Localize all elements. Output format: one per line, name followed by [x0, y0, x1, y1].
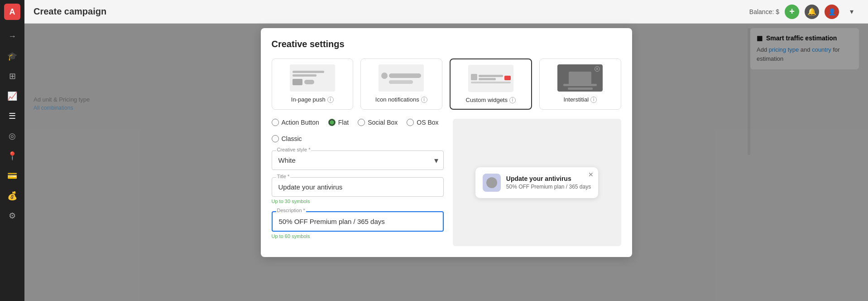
modal-preview: ✕ Update your antivirus 50% OFF Premium …	[453, 119, 621, 246]
creative-style-select[interactable]: White Dark Custom	[272, 150, 444, 170]
notification-title: Update your antivirus	[506, 175, 591, 182]
sidebar-item-location[interactable]: 📍	[3, 147, 21, 165]
user-avatar[interactable]: 👤	[825, 5, 839, 19]
notification-bell-icon[interactable]: 🔔	[805, 5, 819, 19]
icon-notifications-label: Icon notifications i	[375, 96, 427, 103]
sidebar-item-settings[interactable]: ⚙	[3, 207, 21, 225]
radio-os-box-input[interactable]	[407, 119, 414, 126]
notification-description: 50% OFF Premium plan / 365 days	[506, 184, 591, 190]
radio-social-box-input[interactable]	[358, 119, 365, 126]
modal-form: Action Button Flat Social Box OS Box	[272, 119, 444, 246]
title-field-label: Title *	[276, 174, 291, 179]
radio-flat[interactable]: Flat	[328, 119, 349, 126]
interstitial-preview: ✕	[557, 64, 603, 92]
radio-flat-input[interactable]	[328, 119, 336, 126]
modal-body: Action Button Flat Social Box OS Box	[272, 119, 621, 246]
creative-settings-modal: Creative settings In-page push	[261, 28, 632, 257]
icon-notifications-preview	[379, 64, 424, 92]
notification-content: Update your antivirus 50% OFF Premium pl…	[506, 175, 591, 190]
interstitial-label: Interstitial i	[563, 96, 597, 103]
sidebar-item-arrow[interactable]: →	[3, 27, 21, 45]
radio-os-box[interactable]: OS Box	[407, 119, 438, 126]
radio-classic-input[interactable]	[272, 135, 279, 142]
title-input[interactable]	[272, 177, 444, 197]
radio-classic[interactable]: Classic	[272, 135, 302, 142]
description-field-label: Description *	[276, 208, 306, 213]
notification-close-icon[interactable]: ✕	[588, 171, 594, 178]
sidebar-item-money[interactable]: 💰	[3, 187, 21, 205]
sidebar-item-grid[interactable]: ⊞	[3, 67, 21, 85]
title-field: Title * Up to 30 symbols	[272, 177, 444, 204]
sidebar-item-target[interactable]: ◎	[3, 127, 21, 145]
topbar: Create campaign Balance: $ + 🔔 👤 ▾	[24, 0, 868, 24]
ad-type-card-custom-widgets[interactable]: Custom widgets i	[450, 58, 532, 110]
sidebar-item-chart[interactable]: 📈	[3, 87, 21, 105]
modal-title: Creative settings	[272, 39, 621, 49]
topbar-right: Balance: $ + 🔔 👤 ▾	[749, 5, 859, 19]
ad-type-card-in-page-push[interactable]: In-page push i	[272, 58, 354, 110]
radio-action-button[interactable]: Action Button	[272, 119, 319, 126]
ad-type-cards: In-page push i Icon notificatio	[272, 58, 621, 110]
creative-style-field: Creative style * White Dark Custom ▾	[272, 150, 444, 170]
balance-label: Balance: $	[749, 8, 779, 15]
title-hint: Up to 30 symbols	[272, 199, 444, 204]
ad-type-card-interstitial[interactable]: ✕ Interstitial i	[539, 58, 621, 110]
radio-group: Action Button Flat Social Box OS Box	[272, 119, 444, 142]
creative-style-label: Creative style *	[276, 147, 312, 152]
sidebar-item-payment[interactable]: 💳	[3, 167, 21, 185]
interstitial-close-icon: ✕	[595, 66, 600, 72]
radio-action-button-input[interactable]	[272, 119, 279, 126]
info-icon-custom-widgets[interactable]: i	[509, 97, 516, 103]
info-icon-interstitial[interactable]: i	[590, 97, 597, 103]
custom-widgets-preview	[468, 65, 513, 92]
radio-social-box[interactable]: Social Box	[358, 119, 398, 126]
notification-icon	[483, 174, 501, 192]
info-icon-icon-notif[interactable]: i	[421, 97, 427, 103]
description-hint: Up to 60 symbols	[272, 233, 444, 239]
dropdown-arrow-icon[interactable]: ▾	[844, 5, 859, 19]
custom-widgets-label: Custom widgets i	[466, 97, 516, 103]
sidebar-item-list[interactable]: ☰	[3, 107, 21, 125]
in-page-push-preview	[290, 64, 335, 92]
creative-style-select-wrapper: White Dark Custom ▾	[272, 150, 444, 170]
ad-type-card-icon-notifications[interactable]: Icon notifications i	[360, 58, 442, 110]
app-logo: A	[4, 4, 20, 20]
sidebar: A → 🎓 ⊞ 📈 ☰ ◎ 📍 💳 💰 ⚙	[0, 0, 24, 301]
info-icon-inpage[interactable]: i	[327, 97, 334, 103]
modal-overlay: Creative settings In-page push	[24, 24, 868, 301]
add-button[interactable]: +	[785, 5, 799, 19]
description-input[interactable]	[272, 211, 444, 232]
notification-preview-card: ✕ Update your antivirus 50% OFF Premium …	[475, 167, 598, 198]
in-page-push-label: In-page push i	[291, 96, 334, 103]
sidebar-item-education[interactable]: 🎓	[3, 47, 21, 65]
description-field: Description * Up to 60 symbols	[272, 211, 444, 239]
page-title: Create campaign	[34, 6, 749, 17]
